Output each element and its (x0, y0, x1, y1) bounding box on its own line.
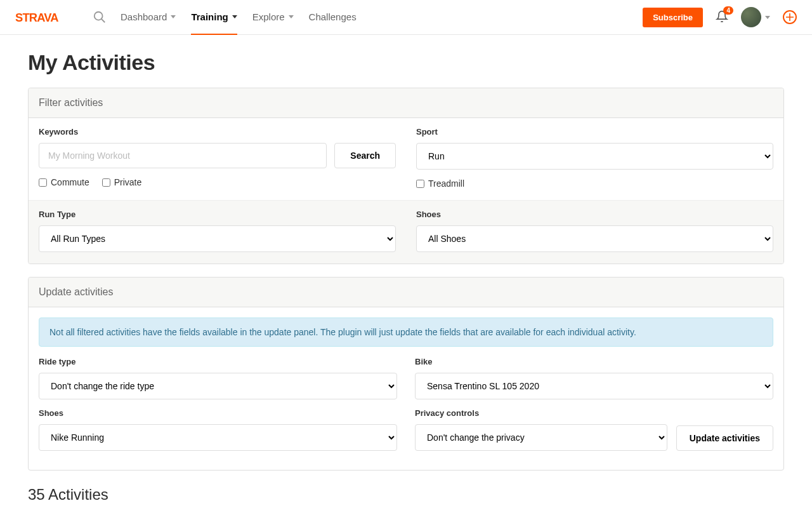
nav-dashboard[interactable]: Dashboard (121, 0, 176, 35)
sport-select[interactable]: Run (416, 143, 773, 170)
private-checkbox-label[interactable]: Private (102, 177, 142, 187)
runtype-select[interactable]: All Run Types (39, 225, 396, 252)
update-panel-header: Update activities (29, 277, 783, 307)
notification-badge: 4 (723, 6, 733, 15)
search-icon[interactable] (93, 10, 107, 24)
privacy-select[interactable]: Don't change the privacy (415, 424, 667, 451)
update-shoes-label: Shoes (39, 408, 397, 418)
notifications-button[interactable]: 4 (716, 10, 728, 25)
nav-label: Training (191, 11, 228, 22)
commute-checkbox-label[interactable]: Commute (39, 177, 89, 187)
subscribe-button[interactable]: Subscribe (643, 8, 703, 27)
chevron-down-icon (289, 15, 294, 18)
avatar (741, 7, 761, 27)
chevron-down-icon (765, 16, 770, 19)
privacy-label: Privacy controls (415, 408, 773, 418)
ridetype-label: Ride type (39, 357, 397, 366)
nav-explore[interactable]: Explore (252, 0, 294, 35)
keywords-input[interactable] (39, 143, 327, 168)
filter-shoes-select[interactable]: All Shoes (416, 225, 773, 252)
svg-text:STRAVA: STRAVA (15, 11, 58, 24)
keywords-label: Keywords (39, 127, 396, 137)
main-nav: Dashboard Training Explore Challenges (121, 0, 357, 35)
ridetype-select[interactable]: Don't change the ride type (39, 373, 397, 399)
update-activities-button[interactable]: Update activities (676, 425, 773, 451)
update-panel: Update activities Not all filtered activ… (28, 277, 784, 471)
activities-count-heading: 35 Activities (28, 486, 784, 508)
bike-label: Bike (415, 357, 773, 366)
nav-challenges[interactable]: Challenges (309, 0, 357, 35)
logo-strava[interactable]: STRAVA (15, 10, 79, 24)
top-navigation: STRAVA Dashboard Training Explore Challe… (0, 0, 812, 35)
svg-point-1 (95, 12, 103, 20)
filter-panel: Filter activities Keywords Search Commut… (28, 88, 784, 264)
filter-panel-header: Filter activities (29, 88, 783, 118)
chevron-down-icon (171, 15, 176, 18)
private-checkbox[interactable] (102, 178, 110, 187)
treadmill-checkbox[interactable] (416, 180, 424, 188)
profile-menu[interactable] (741, 7, 770, 27)
add-button[interactable] (783, 10, 797, 24)
bike-select[interactable]: Sensa Trentino SL 105 2020 (415, 373, 773, 399)
treadmill-checkbox-label[interactable]: Treadmill (416, 178, 464, 189)
commute-checkbox[interactable] (39, 178, 47, 187)
svg-line-2 (102, 19, 105, 23)
chevron-down-icon (232, 15, 237, 18)
update-info-banner: Not all filtered activities have the fie… (39, 318, 773, 347)
nav-training[interactable]: Training (191, 0, 237, 35)
filter-shoes-label: Shoes (416, 210, 773, 219)
sport-label: Sport (416, 127, 773, 137)
nav-label: Challenges (309, 11, 357, 22)
nav-label: Dashboard (121, 11, 167, 22)
search-button[interactable]: Search (334, 143, 396, 168)
runtype-label: Run Type (39, 210, 396, 219)
nav-label: Explore (252, 11, 285, 22)
update-shoes-select[interactable]: Nike Running (39, 424, 397, 451)
page-title: My Activities (28, 50, 784, 75)
